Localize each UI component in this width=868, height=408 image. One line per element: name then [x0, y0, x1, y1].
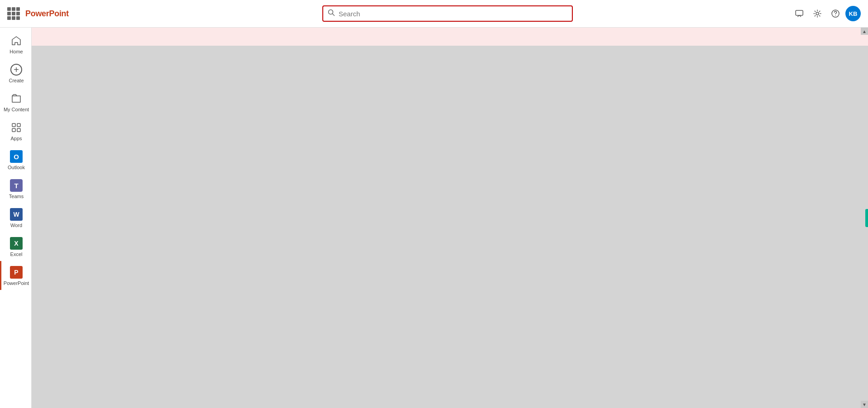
search-icon: [328, 9, 335, 18]
sidebar-item-mycontent[interactable]: My Content: [0, 87, 31, 116]
search-box[interactable]: [322, 5, 573, 22]
content-top-strip: [32, 28, 868, 46]
app-name: PowerPoint: [25, 9, 69, 19]
apps-icon: [10, 121, 23, 134]
home-icon: [10, 34, 23, 47]
sidebar-item-outlook-label: Outlook: [8, 165, 25, 170]
word-icon: W: [10, 208, 23, 221]
sidebar-item-create[interactable]: + Create: [0, 58, 31, 87]
waffle-icon[interactable]: [7, 7, 20, 20]
search-area: [107, 5, 788, 22]
outlook-icon: O: [10, 150, 23, 163]
scroll-up-button[interactable]: ▲: [861, 28, 868, 35]
sidebar-item-create-label: Create: [9, 78, 24, 83]
sidebar-item-powerpoint-label: PowerPoint: [4, 280, 29, 286]
sidebar-item-apps-label: Apps: [10, 136, 22, 141]
svg-rect-8: [12, 128, 15, 132]
sidebar-item-excel-label: Excel: [10, 251, 23, 257]
settings-button[interactable]: [809, 5, 826, 22]
sidebar-item-word-label: Word: [10, 223, 22, 228]
search-input[interactable]: [339, 10, 567, 18]
sidebar-item-outlook[interactable]: O Outlook: [0, 145, 31, 174]
svg-rect-7: [17, 123, 20, 127]
scroll-down-button[interactable]: ▼: [861, 401, 868, 408]
sidebar: Home + Create My Content: [0, 28, 32, 408]
avatar-button[interactable]: KB: [845, 6, 861, 21]
topbar-left: PowerPoint: [7, 7, 107, 20]
sidebar-item-mycontent-label: My Content: [4, 107, 29, 112]
excel-icon: X: [10, 237, 23, 250]
main: Home + Create My Content: [0, 28, 868, 408]
svg-line-1: [333, 14, 335, 16]
teams-icon: T: [10, 179, 23, 192]
topbar-right: KB: [788, 5, 861, 22]
sidebar-item-teams[interactable]: T Teams: [0, 174, 31, 203]
sidebar-item-powerpoint[interactable]: P PowerPoint: [0, 261, 31, 290]
powerpoint-icon: P: [10, 266, 23, 279]
svg-rect-9: [17, 128, 20, 132]
help-button[interactable]: [827, 5, 844, 22]
sidebar-item-word[interactable]: W Word: [0, 203, 31, 232]
content-area: ▲ ▼: [32, 28, 868, 408]
svg-rect-2: [796, 10, 803, 15]
sidebar-item-apps[interactable]: Apps: [0, 116, 31, 145]
sidebar-item-home[interactable]: Home: [0, 29, 31, 58]
svg-rect-6: [12, 123, 15, 127]
create-icon: +: [10, 63, 23, 76]
right-indicator: [865, 209, 868, 227]
feedback-button[interactable]: [791, 5, 807, 22]
sidebar-item-teams-label: Teams: [9, 194, 24, 199]
topbar: PowerPoint: [0, 0, 868, 28]
sidebar-item-home-label: Home: [9, 49, 23, 54]
mycontent-icon: [10, 92, 23, 105]
svg-point-5: [835, 15, 836, 16]
sidebar-item-excel[interactable]: X Excel: [0, 232, 31, 261]
svg-point-3: [816, 12, 819, 15]
